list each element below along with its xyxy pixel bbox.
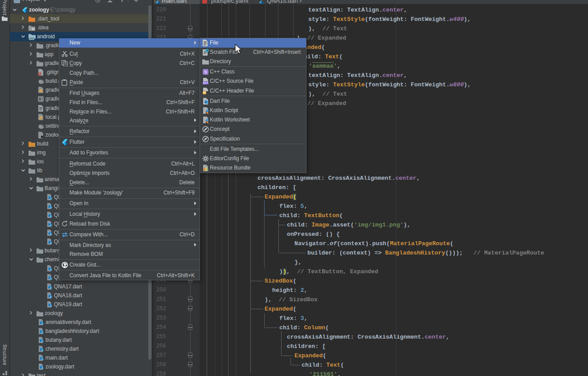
svg-text:S: S [204,70,207,74]
svg-text:H: H [204,91,206,94]
svg-text:C++: C++ [203,81,208,85]
